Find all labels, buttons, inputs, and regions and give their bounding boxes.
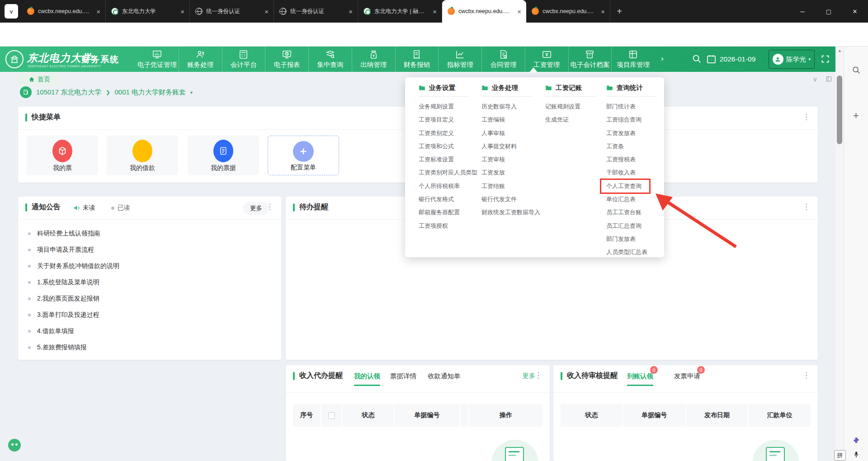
menu-item[interactable]: 人员类型汇总表 <box>606 245 657 259</box>
menu-item[interactable]: 历史数据导入 <box>481 100 540 113</box>
search-icon[interactable] <box>692 54 702 66</box>
browser-tab[interactable]: cwcbx.neepu.edu.cn:609× <box>526 0 610 23</box>
menu-item[interactable]: 员工汇总查询 <box>606 219 657 232</box>
menu-voucher[interactable]: 电子凭证管理 <box>136 47 179 72</box>
notice-item[interactable]: 3.面单打印及投递过程2025-06-18 <box>18 307 281 323</box>
window-close-button[interactable]: ✕ <box>842 0 868 23</box>
breadcrumb[interactable]: 105017 东北电力大学 ❯ 0001 电力大学财务账套 ▾ <box>20 86 193 98</box>
notice-item[interactable]: 4.借款单填报2025-06-18 <box>18 323 281 339</box>
menu-item[interactable]: 工资项授权 <box>419 219 477 232</box>
tab-close-icon[interactable]: × <box>95 8 102 15</box>
menu-item[interactable]: 工资报税表 <box>606 153 657 166</box>
notices-more-button[interactable]: 更多 <box>243 202 269 215</box>
menu-item[interactable]: 单位汇总表 <box>606 193 657 206</box>
menu-accounting[interactable]: 账务处理 <box>179 47 222 72</box>
menu-overflow-icon[interactable]: › <box>661 54 664 63</box>
quick-item-config-menu[interactable]: 配置菜单 <box>268 136 339 175</box>
browser-tab[interactable]: 统一身份认证× <box>190 0 274 23</box>
puzzle-widget-icon[interactable] <box>852 436 860 446</box>
menu-item[interactable]: 业务规则设置 <box>419 100 477 113</box>
read-legend[interactable]: 已读 <box>111 204 130 212</box>
menu-archive[interactable]: 电子会计档案 <box>568 47 612 72</box>
window-minimize-button[interactable]: ─ <box>789 0 816 23</box>
menu-item[interactable]: 银行代发文件 <box>481 193 540 206</box>
quick-item-my-loans[interactable]: 我的借款 <box>107 136 178 175</box>
menu-indicator[interactable]: 指标管理 <box>438 47 481 72</box>
card-more-icon[interactable]: ⋮ <box>266 202 274 212</box>
menu-platform[interactable]: 会计平台 <box>222 47 265 72</box>
tab-my-claims[interactable]: 我的认领 <box>354 372 380 381</box>
menu-item[interactable]: 工资标准设置 <box>419 153 477 166</box>
menu-item[interactable]: 人事审核 <box>481 127 540 140</box>
quick-item-my-tickets[interactable]: 我的票 <box>27 136 98 175</box>
notice-item[interactable]: 5.差旅费报销填报2025-06-18 <box>18 339 281 356</box>
menu-item-personal-salary-query[interactable]: 个人工资查询 <box>606 179 657 193</box>
tab-close-icon[interactable]: × <box>263 8 270 15</box>
menu-item[interactable]: 工资发放表 <box>606 127 657 140</box>
expand-layout-icon[interactable] <box>826 75 832 84</box>
menu-project[interactable]: 项目库管理 <box>611 47 655 72</box>
ime-indicator[interactable]: 拼 <box>834 450 846 461</box>
tab-invoice-request[interactable]: 发票申请 <box>674 372 700 381</box>
current-date[interactable]: 2026-01-09 <box>720 55 755 63</box>
menu-item[interactable]: 工资结账 <box>481 179 540 193</box>
menu-item[interactable]: 工资条 <box>606 140 657 153</box>
tab-close-icon[interactable]: × <box>179 8 186 15</box>
menu-item[interactable]: 邮箱服务器配置 <box>419 206 477 219</box>
menu-item[interactable]: 工资综合查询 <box>606 113 657 126</box>
notice-item[interactable]: 科研经费上线认领指南2025-11-25 <box>18 226 281 242</box>
tab-bill-details[interactable]: 票据详情 <box>390 372 416 381</box>
tab-close-icon[interactable]: × <box>599 8 606 15</box>
assistant-ball-icon[interactable] <box>8 439 21 452</box>
tab-search-button[interactable]: ∨ <box>5 4 18 19</box>
home-tab[interactable]: 首页 <box>18 73 61 85</box>
notice-item[interactable]: 2.我的票页面发起报销2025-06-18 <box>18 291 281 307</box>
menu-item[interactable]: 工资类别定义 <box>419 127 477 140</box>
browser-tab[interactable]: 东北电力大学× <box>106 0 190 23</box>
notice-item[interactable]: 关于财务系统冲销借款的说明2025-06-27 <box>18 258 281 274</box>
menu-query[interactable]: 集中查询 <box>308 47 352 72</box>
select-all-checkbox[interactable] <box>328 412 335 419</box>
browser-tab[interactable]: 东北电力大学 | 融合门户× <box>358 0 442 23</box>
menu-item[interactable]: 员工工资台账 <box>606 206 657 219</box>
sidebar-search-icon[interactable] <box>852 66 861 76</box>
scrollbar-thumb[interactable] <box>837 75 842 144</box>
menu-item[interactable]: 部门发放表 <box>606 232 657 245</box>
menu-ereport[interactable]: 电子报表 <box>265 47 308 72</box>
tab-close-icon[interactable]: × <box>431 8 438 15</box>
user-menu[interactable]: 陈学光 ▾ <box>769 50 815 69</box>
menu-item[interactable]: 部门统计表 <box>606 100 657 113</box>
notice-item[interactable]: 1.系统登陆及菜单说明2025-06-18 <box>18 274 281 291</box>
browser-tab[interactable]: 统一身份认证× <box>274 0 358 23</box>
income-todo-more-link[interactable]: 更多 <box>523 372 535 380</box>
menu-item[interactable]: 银行代发格式 <box>419 193 477 206</box>
menu-item[interactable]: 财政统发工资数据导入 <box>481 206 540 219</box>
quick-item-my-bills[interactable]: 我的票据 <box>188 136 259 175</box>
notice-item[interactable]: 项目申请及开票流程2025-09-08 <box>18 242 281 258</box>
menu-item[interactable]: 工资类别对应人员类型 <box>419 166 477 179</box>
scroll-up-icon[interactable]: ▲ <box>838 48 842 53</box>
menu-item[interactable]: 个人所得税税率 <box>419 179 477 193</box>
menu-item[interactable]: 工资发放 <box>481 166 540 179</box>
menu-item[interactable]: 记账规则设置 <box>545 100 596 113</box>
menu-cashier[interactable]: 出纳管理 <box>352 47 395 72</box>
card-more-icon[interactable]: ⋮ <box>534 371 542 380</box>
card-more-icon[interactable]: ⋮ <box>802 371 811 380</box>
sidebar-add-icon[interactable]: + <box>853 110 859 122</box>
page-scrollbar[interactable]: ▲ ▼ <box>835 47 844 461</box>
menu-item[interactable]: 工资项和公式 <box>419 140 477 153</box>
window-maximize-button[interactable]: ▢ <box>816 0 842 23</box>
menu-reimburse[interactable]: 财务报销 <box>395 47 439 72</box>
tab-close-icon[interactable]: × <box>516 8 523 15</box>
menu-item[interactable]: 工资审核 <box>481 153 540 166</box>
menu-item[interactable]: 人事提交材料 <box>481 140 540 153</box>
card-more-icon[interactable]: ⋮ <box>802 112 811 122</box>
menu-item[interactable]: 工资编辑 <box>481 113 540 126</box>
fullscreen-icon[interactable] <box>821 54 830 66</box>
unread-legend[interactable]: 未读 <box>73 204 95 212</box>
menu-item[interactable]: 工资项目定义 <box>419 113 477 126</box>
menu-item[interactable]: 生成凭证 <box>545 113 596 126</box>
tab-payment-notice[interactable]: 收款通知单 <box>428 372 461 381</box>
collapse-icon[interactable]: ∨ <box>813 75 817 83</box>
microphone-icon[interactable] <box>852 451 860 460</box>
